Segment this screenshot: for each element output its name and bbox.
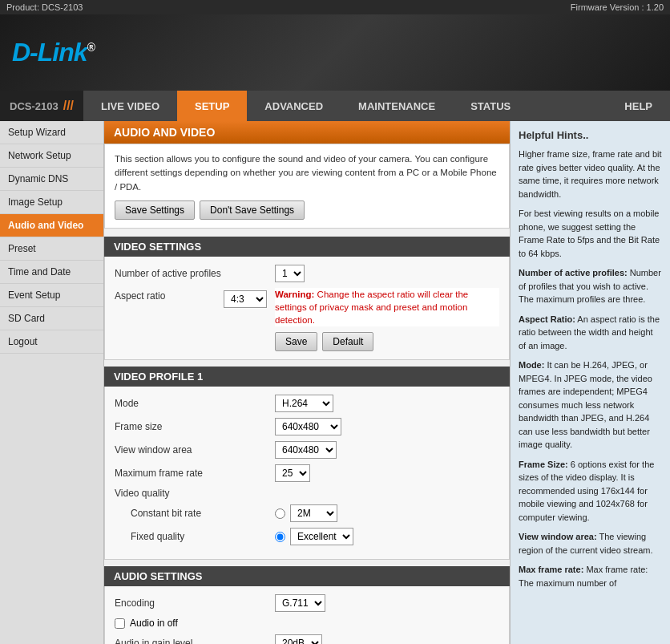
video-profile-section: VIDEO PROFILE 1 Mode H.264 JPEG MPEG4 Fr… (104, 367, 510, 560)
audio-settings-header: AUDIO SETTINGS (104, 566, 510, 586)
video-quality-label: Video quality (115, 488, 275, 499)
dlink-logo: D-Link® (12, 38, 95, 67)
hint-5-text: It can be H.264, JPEG, or MPEG4. In JPEG… (519, 360, 652, 449)
hint-5: Mode: It can be H.264, JPEG, or MPEG4. I… (519, 358, 662, 452)
video-settings-section: VIDEO SETTINGS Number of active profiles… (104, 237, 510, 360)
top-save-button[interactable]: Save Settings (115, 200, 195, 220)
sidebar-item-preset[interactable]: Preset (0, 237, 103, 261)
fixed-quality-label: Fixed quality (115, 531, 275, 542)
fixed-quality-radio[interactable] (275, 532, 285, 542)
sidebar-item-logout[interactable]: Logout (0, 330, 103, 354)
view-window-row: View window area 640x480 (115, 441, 499, 459)
sidebar-item-network-setup[interactable]: Network Setup (0, 144, 103, 168)
sidebar-item-dynamic-dns[interactable]: Dynamic DNS (0, 168, 103, 191)
aspect-label: Aspect ratio (115, 290, 224, 302)
video-profile-content: Mode H.264 JPEG MPEG4 Frame size 640x480… (104, 387, 510, 560)
video-settings-content: Number of active profiles 1 2 3 Aspect r… (104, 257, 510, 360)
hint-1: Higher frame size, frame rate and bit ra… (519, 148, 662, 200)
max-frame-select[interactable]: 25 5 15 30 (275, 464, 310, 482)
sidebar: Setup Wizard Network Setup Dynamic DNS I… (0, 121, 104, 644)
audio-settings-section: AUDIO SETTINGS Encoding G.711 G.726 Audi… (104, 566, 510, 644)
main-content: AUDIO AND VIDEO This section allows you … (104, 121, 510, 644)
hint-8: Max frame rate: Max frame rate: The maxi… (519, 563, 662, 589)
max-frame-row: Maximum frame rate 25 5 15 30 (115, 464, 499, 482)
sidebar-item-setup-wizard[interactable]: Setup Wizard (0, 121, 103, 144)
brand-tab: DCS-2103 /// (0, 91, 83, 121)
view-window-label: View window area (115, 444, 275, 456)
hint-6: Frame Size: 6 options exist for the size… (519, 458, 662, 525)
sidebar-item-sd-card[interactable]: SD Card (0, 307, 103, 330)
video-profile-header: VIDEO PROFILE 1 (104, 367, 510, 387)
warning-strong: Warning: (275, 290, 314, 299)
hint-5-strong: Mode: (519, 360, 544, 370)
audio-in-off-row: Audio in off (115, 618, 499, 629)
video-default-button[interactable]: Default (322, 332, 373, 351)
video-settings-header: VIDEO SETTINGS (104, 237, 510, 257)
hint-8-strong: Max frame rate: (519, 565, 583, 574)
frame-size-select[interactable]: 640x480 176x144 1024x768 (275, 418, 341, 435)
aspect-warning: Warning: Change the aspect ratio will cl… (275, 288, 499, 326)
sidebar-item-image-setup[interactable]: Image Setup (0, 191, 103, 214)
encoding-select[interactable]: G.711 G.726 (275, 594, 325, 612)
audio-in-off-checkbox[interactable] (115, 618, 125, 629)
profiles-row: Number of active profiles 1 2 3 (115, 265, 499, 282)
right-panel: Helpful Hints.. Higher frame size, frame… (510, 121, 670, 644)
hints-title: Helpful Hints.. (519, 129, 662, 141)
top-btn-row: Save Settings Don't Save Settings (115, 200, 499, 220)
nav-brand-label: DCS-2103 (10, 100, 59, 112)
main-nav: DCS-2103 /// LIVE VIDEO SETUP ADVANCED M… (0, 91, 670, 121)
encoding-label: Encoding (115, 597, 275, 609)
hint-6-strong: Frame Size: (519, 460, 568, 469)
max-frame-label: Maximum frame rate (115, 468, 275, 479)
nav-live-video[interactable]: LIVE VIDEO (83, 91, 177, 121)
firmware-version: Firmware Version : 1.20 (571, 2, 664, 12)
hint-2: For best viewing results on a mobile pho… (519, 207, 662, 260)
aspect-row: Aspect ratio 4:3 16:9 Warning: Change th… (115, 288, 499, 326)
fixed-quality-row: Fixed quality Excellent Good Standard (115, 528, 499, 545)
hint-4-strong: Aspect Ratio: (519, 314, 575, 324)
sidebar-item-audio-video[interactable]: Audio and Video (0, 214, 103, 237)
audio-settings-content: Encoding G.711 G.726 Audio in off Audio … (104, 586, 510, 644)
nav-slashes: /// (63, 99, 74, 113)
profiles-select[interactable]: 1 2 3 (275, 265, 305, 282)
cbr-row: Constant bit rate 2M 1M 512K (115, 504, 499, 522)
view-window-select[interactable]: 640x480 (275, 441, 337, 459)
video-settings-btn-row: Save Default (275, 332, 499, 351)
video-quality-label-row: Video quality (115, 488, 499, 499)
hint-3-strong: Number of active profiles: (519, 268, 628, 277)
video-save-button[interactable]: Save (275, 332, 317, 351)
description-text: This section allows you to configure the… (115, 152, 499, 194)
nav-setup[interactable]: SETUP (177, 91, 247, 121)
nav-status[interactable]: STATUS (453, 91, 528, 121)
cbr-radio-row: 2M 1M 512K (275, 504, 337, 522)
top-dont-save-button[interactable]: Don't Save Settings (200, 200, 305, 220)
cbr-radio[interactable] (275, 508, 285, 519)
audio-in-gain-row: Audio in gain level 20dB 10dB 30dB (115, 634, 499, 644)
hint-3: Number of active profiles: Number of pro… (519, 266, 662, 306)
fixed-quality-radio-row: Excellent Good Standard (275, 528, 353, 545)
mode-row: Mode H.264 JPEG MPEG4 (115, 395, 499, 412)
frame-size-label: Frame size (115, 421, 275, 432)
aspect-select[interactable]: 4:3 16:9 (224, 290, 267, 308)
logo-area: D-Link® (0, 14, 670, 91)
fixed-quality-select[interactable]: Excellent Good Standard (290, 528, 353, 545)
nav-help[interactable]: HELP (607, 91, 670, 121)
mode-select[interactable]: H.264 JPEG MPEG4 (275, 395, 333, 412)
hint-4: Aspect Ratio: An aspect ratio is the rat… (519, 313, 662, 353)
sidebar-item-time-date[interactable]: Time and Date (0, 261, 103, 284)
cbr-select[interactable]: 2M 1M 512K (290, 504, 337, 522)
audio-in-gain-select[interactable]: 20dB 10dB 30dB (275, 634, 322, 644)
nav-advanced[interactable]: ADVANCED (247, 91, 341, 121)
hint-7: View window area: The viewing region of … (519, 530, 662, 557)
cbr-label: Constant bit rate (115, 508, 275, 519)
nav-maintenance[interactable]: MAINTENANCE (341, 91, 453, 121)
product-name: Product: DCS-2103 (6, 2, 83, 12)
profiles-label: Number of active profiles (115, 268, 275, 279)
layout: Setup Wizard Network Setup Dynamic DNS I… (0, 121, 670, 644)
top-bar: Product: DCS-2103 Firmware Version : 1.2… (0, 0, 670, 14)
audio-in-off-label: Audio in off (130, 618, 178, 629)
sidebar-item-event-setup[interactable]: Event Setup (0, 284, 103, 307)
hint-7-strong: View window area: (519, 532, 597, 541)
audio-in-gain-label: Audio in gain level (115, 638, 275, 644)
frame-size-row: Frame size 640x480 176x144 1024x768 (115, 418, 499, 435)
